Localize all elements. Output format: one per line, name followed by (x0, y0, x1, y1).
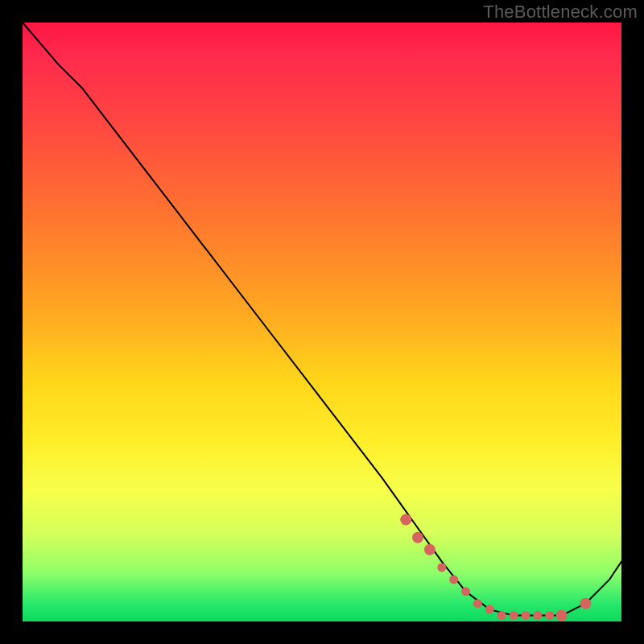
marker-dot (461, 587, 470, 596)
marker-dot (473, 599, 482, 608)
chart-svg (23, 23, 621, 621)
chart-frame: TheBottleneck.com (0, 0, 644, 644)
marker-dot (400, 514, 411, 526)
marker-dot (522, 611, 530, 620)
marker-dot (556, 610, 568, 621)
plot-area (23, 23, 621, 621)
marker-dot (424, 544, 436, 555)
marker-dot (412, 532, 423, 543)
bottleneck-curve (23, 23, 621, 616)
marker-dot (545, 611, 554, 620)
marker-dot (580, 598, 591, 609)
optimal-range-dots (400, 514, 591, 621)
marker-dot (510, 611, 518, 620)
marker-dot (533, 611, 542, 620)
marker-dot (437, 564, 446, 572)
marker-dot (449, 575, 458, 584)
marker-dot (485, 605, 494, 614)
marker-dot (497, 611, 506, 620)
watermark-text: TheBottleneck.com (483, 2, 638, 23)
